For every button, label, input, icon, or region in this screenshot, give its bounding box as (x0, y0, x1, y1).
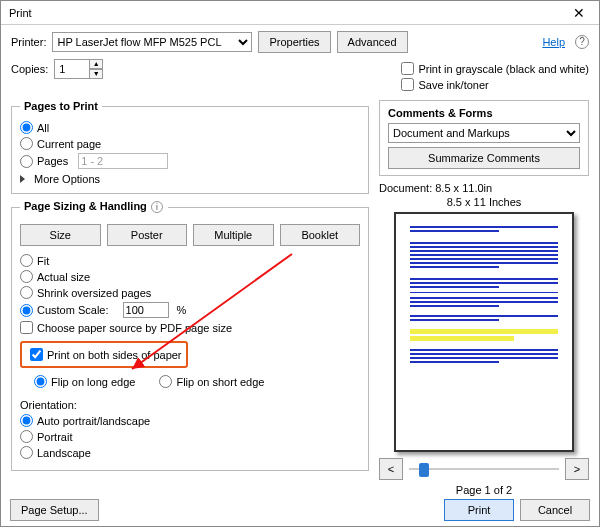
comments-forms-group: Comments & Forms Document and Markups Su… (379, 100, 589, 176)
radio-flip-long[interactable] (34, 375, 47, 388)
copies-input[interactable] (54, 59, 90, 79)
radio-orient-portrait[interactable] (20, 430, 33, 443)
highlight-annotation: Print on both sides of paper (20, 341, 188, 368)
radio-all[interactable] (20, 121, 33, 134)
sizing-legend: Page Sizing & Handling (24, 200, 147, 212)
titlebar: Print ✕ (1, 1, 599, 25)
radio-shrink[interactable] (20, 286, 33, 299)
info-icon[interactable]: i (151, 201, 163, 213)
grayscale-label: Print in grayscale (black and white) (418, 63, 589, 75)
pages-range-input[interactable] (78, 153, 168, 169)
choose-source-checkbox[interactable] (20, 321, 33, 334)
tab-multiple[interactable]: Multiple (193, 224, 274, 246)
print-button[interactable]: Print (444, 499, 514, 521)
summarize-comments-button[interactable]: Summarize Comments (388, 147, 580, 169)
preview-prev-button[interactable]: < (379, 458, 403, 480)
more-options-toggle[interactable]: More Options (34, 173, 100, 185)
properties-button[interactable]: Properties (258, 31, 330, 53)
cancel-button[interactable]: Cancel (520, 499, 590, 521)
saveink-checkbox[interactable] (401, 78, 414, 91)
expander-icon[interactable] (20, 175, 25, 183)
printer-select[interactable]: HP LaserJet flow MFP M525 PCL (52, 32, 252, 52)
orientation-label: Orientation: (20, 399, 77, 411)
saveink-label: Save ink/toner (418, 79, 488, 91)
comments-forms-legend: Comments & Forms (388, 107, 493, 119)
help-link[interactable]: Help (542, 36, 565, 48)
close-icon[interactable]: ✕ (559, 5, 599, 21)
page-indicator: Page 1 of 2 (379, 484, 589, 496)
preview-next-button[interactable]: > (565, 458, 589, 480)
window-title: Print (9, 7, 559, 19)
radio-pages[interactable] (20, 155, 33, 168)
tab-poster[interactable]: Poster (107, 224, 188, 246)
help-icon[interactable]: ? (575, 35, 589, 49)
radio-custom-scale[interactable] (20, 304, 33, 317)
preview-slider[interactable] (409, 461, 559, 477)
page-preview (394, 212, 574, 452)
radio-orient-auto[interactable] (20, 414, 33, 427)
copies-label: Copies: (11, 63, 48, 75)
comments-forms-select[interactable]: Document and Markups (388, 123, 580, 143)
duplex-label: Print on both sides of paper (47, 349, 182, 361)
page-setup-button[interactable]: Page Setup... (10, 499, 99, 521)
tab-size[interactable]: Size (20, 224, 101, 246)
preview-caption: 8.5 x 11 Inches (379, 196, 589, 208)
custom-scale-input[interactable] (123, 302, 169, 318)
pages-legend: Pages to Print (24, 100, 98, 112)
copies-stepper[interactable]: ▲▼ (54, 59, 103, 79)
pages-to-print-group: Pages to Print All Current page Pages Mo… (11, 100, 369, 194)
radio-orient-landscape[interactable] (20, 446, 33, 459)
advanced-button[interactable]: Advanced (337, 31, 408, 53)
radio-current[interactable] (20, 137, 33, 150)
sizing-group: Page Sizing & Handling i Size Poster Mul… (11, 200, 369, 471)
printer-label: Printer: (11, 36, 46, 48)
spin-up-icon[interactable]: ▲ (89, 59, 103, 69)
radio-actual[interactable] (20, 270, 33, 283)
tab-booklet[interactable]: Booklet (280, 224, 361, 246)
duplex-checkbox[interactable] (30, 348, 43, 361)
radio-fit[interactable] (20, 254, 33, 267)
radio-flip-short[interactable] (159, 375, 172, 388)
document-size-label: Document: 8.5 x 11.0in (379, 182, 589, 194)
grayscale-checkbox[interactable] (401, 62, 414, 75)
spin-down-icon[interactable]: ▼ (89, 69, 103, 79)
